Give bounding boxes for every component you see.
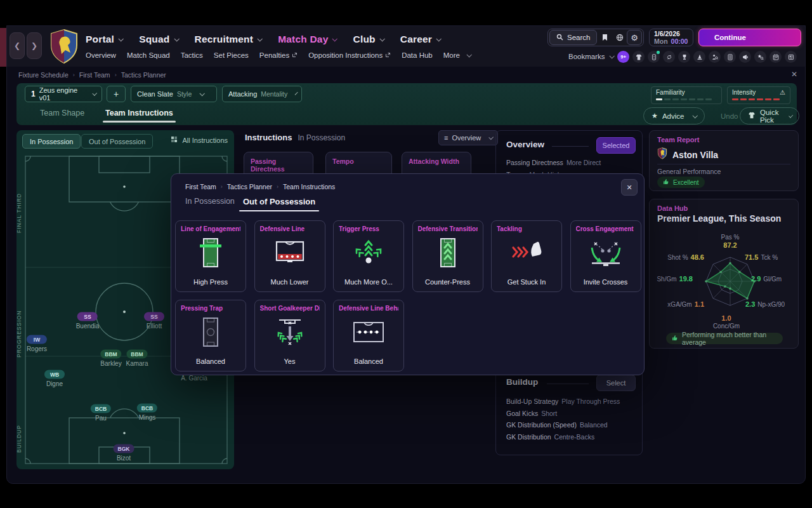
forward-button[interactable]: ❯ xyxy=(27,32,42,59)
meter-segment xyxy=(749,98,755,100)
search-button[interactable]: Search xyxy=(549,30,597,45)
instruction-card-tackling[interactable]: TacklingGet Stuck In xyxy=(491,220,562,292)
bookmarks-dropdown[interactable]: Bookmarks xyxy=(568,53,613,60)
nav-item-portal[interactable]: Portal xyxy=(86,34,122,45)
training-icon[interactable] xyxy=(693,51,705,63)
nav-item-match-day[interactable]: Match Day xyxy=(278,34,336,45)
modal-close-button[interactable]: ✕ xyxy=(621,179,638,196)
breadcrumb-separator: › xyxy=(73,72,75,78)
player-barkley[interactable]: BBMBarkley xyxy=(100,350,121,367)
player-rogers[interactable]: IWRogers xyxy=(27,335,47,352)
tab-team-instructions[interactable]: Team Instructions xyxy=(105,109,173,117)
subnav-item-penalties[interactable]: Penalties xyxy=(259,51,298,59)
subnav-item-opposition-instructions[interactable]: Opposition Instructions xyxy=(308,51,391,59)
subnav-item-label: Overview xyxy=(86,51,116,59)
advice-button[interactable]: ★Advice xyxy=(643,107,705,124)
chevron-down-icon xyxy=(174,36,179,41)
instruction-card-line-of-engagement[interactable]: Line of EngagementHigh Press xyxy=(175,220,246,292)
globe-icon[interactable] xyxy=(612,30,627,45)
buildup-select-button[interactable]: Select xyxy=(596,375,636,391)
instruction-card-defensive-transition[interactable]: Defensive TransitionCounter-Press xyxy=(412,220,483,292)
subnav-item-match-squad[interactable]: Match Squad xyxy=(127,51,170,59)
tab-team-shape[interactable]: Team Shape xyxy=(40,109,84,117)
player-name: Mings xyxy=(139,414,156,421)
radar-axis-value: 1.0 xyxy=(721,314,731,322)
modal-tab-out-of-possession[interactable]: Out of Possession xyxy=(243,197,315,206)
player-elliott[interactable]: SSElliott xyxy=(144,312,164,330)
player-name: Pau xyxy=(95,415,107,422)
radar-axis-value: 1.1 xyxy=(695,300,704,308)
scouting-icon[interactable] xyxy=(709,51,721,63)
add-tactic-button[interactable]: + xyxy=(107,86,126,102)
breadcrumb-item-tactics-planner[interactable]: Tactics Planner xyxy=(121,71,166,79)
subnav-item-tactics[interactable]: Tactics xyxy=(181,51,203,59)
warning-icon: ⚠ xyxy=(780,90,785,96)
breadcrumb-item-tactics-planner[interactable]: Tactics Planner xyxy=(227,183,272,190)
instruction-card-pressing-trap[interactable]: Pressing TrapBalanced xyxy=(175,300,246,371)
bookmark-icon[interactable] xyxy=(597,30,612,45)
kit-icon[interactable] xyxy=(632,51,645,63)
continue-button[interactable]: Continue xyxy=(698,29,801,46)
subnav-item-set-pieces[interactable]: Set Pieces xyxy=(214,51,249,59)
inbox-icon[interactable] xyxy=(648,51,660,63)
club-name[interactable]: Aston Villa xyxy=(672,150,718,160)
media-icon[interactable] xyxy=(739,51,751,63)
player-mings[interactable]: BCBMings xyxy=(137,404,157,421)
player-kamara[interactable]: BBMKamara xyxy=(126,350,148,367)
nav-item-club[interactable]: Club xyxy=(353,34,383,45)
search-star-icon[interactable] xyxy=(754,51,766,63)
breadcrumb-separator: › xyxy=(277,184,278,190)
trophy-icon[interactable] xyxy=(678,51,690,63)
player-name: Elliott xyxy=(147,323,162,330)
close-icon[interactable]: ✕ xyxy=(791,70,797,79)
player-bizot[interactable]: BGKBizot xyxy=(114,444,134,462)
modal-tab-in-possession[interactable]: In Possession xyxy=(185,197,235,206)
sync-icon[interactable] xyxy=(663,51,675,63)
breadcrumb: Fixture Schedule›First Team›Tactics Plan… xyxy=(18,71,166,79)
general-performance-label: General Performance xyxy=(657,168,721,175)
search-button-label: Search xyxy=(567,34,590,41)
notifications-icon[interactable]: 9+ xyxy=(617,51,629,63)
breadcrumb-item-fixture-schedule[interactable]: Fixture Schedule xyxy=(18,71,69,79)
radar-axis-value: 2.9 xyxy=(751,275,761,283)
player-role-badge: BGK xyxy=(114,444,134,453)
quick-pick-button[interactable]: Quick Pick xyxy=(740,107,799,124)
view-mode-dropdown[interactable]: ≡ Overview xyxy=(438,130,498,145)
tackling-icon xyxy=(509,235,544,273)
nav-item-label: Career xyxy=(400,34,432,45)
instruction-card-short-goalkeeper-distr[interactable]: Short Goalkeeper DistrYes xyxy=(254,300,325,371)
nav-item-label: Squad xyxy=(139,34,169,45)
subnav-item-label: More xyxy=(443,51,460,59)
chevron-down-icon xyxy=(258,36,263,41)
nav-item-squad[interactable]: Squad xyxy=(139,34,178,45)
subnav-item-data-hub[interactable]: Data Hub xyxy=(402,51,433,59)
player-buendia[interactable]: SSBuendia xyxy=(76,312,100,330)
subnav-item-overview[interactable]: Overview xyxy=(86,51,116,59)
instruction-card-defensive-line-behavio[interactable]: Defensive Line BehavioBalanced xyxy=(333,300,404,371)
breadcrumb-item-team-instructions[interactable]: Team Instructions xyxy=(283,183,335,190)
calendar-icon[interactable] xyxy=(769,51,782,63)
gear-icon[interactable]: ⚙ xyxy=(627,30,642,45)
report-icon[interactable] xyxy=(724,51,736,63)
intensity-meter: Intensity⚠ xyxy=(727,86,790,104)
player-pau[interactable]: BCBPau xyxy=(91,404,111,422)
breadcrumb-item-first-team[interactable]: First Team xyxy=(185,183,216,190)
overview-selected-button[interactable]: Selected xyxy=(596,137,636,154)
list-icon: ≡ xyxy=(444,134,448,142)
mentality-dropdown[interactable]: Attacking Mentality xyxy=(222,86,302,102)
nav-item-label: Match Day xyxy=(278,34,328,45)
instruction-card-defensive-line[interactable]: Defensive LineMuch Lower xyxy=(254,220,325,292)
style-dropdown[interactable]: Clean Slate Style xyxy=(131,86,217,102)
player-digne[interactable]: WBDigne xyxy=(44,370,65,387)
tactic-preset-dropdown[interactable]: 1 Zeus engine v01 xyxy=(25,86,102,102)
subnav-item-more[interactable]: More xyxy=(443,51,471,59)
radar-axis-sh-gm: Sh/Gm19.8 xyxy=(657,275,693,283)
breadcrumb-item-first-team[interactable]: First Team xyxy=(79,71,110,79)
instruction-card-trigger-press[interactable]: Trigger PressMuch More O... xyxy=(333,220,404,292)
back-button[interactable]: ❮ xyxy=(10,32,25,59)
news-icon[interactable] xyxy=(785,51,797,63)
nav-item-recruitment[interactable]: Recruitment xyxy=(195,34,262,45)
instruction-card-value: Balanced xyxy=(334,358,403,365)
nav-item-career[interactable]: Career xyxy=(400,34,440,45)
instruction-card-cross-engagement[interactable]: Cross EngagementInvite Crosses xyxy=(570,220,641,292)
